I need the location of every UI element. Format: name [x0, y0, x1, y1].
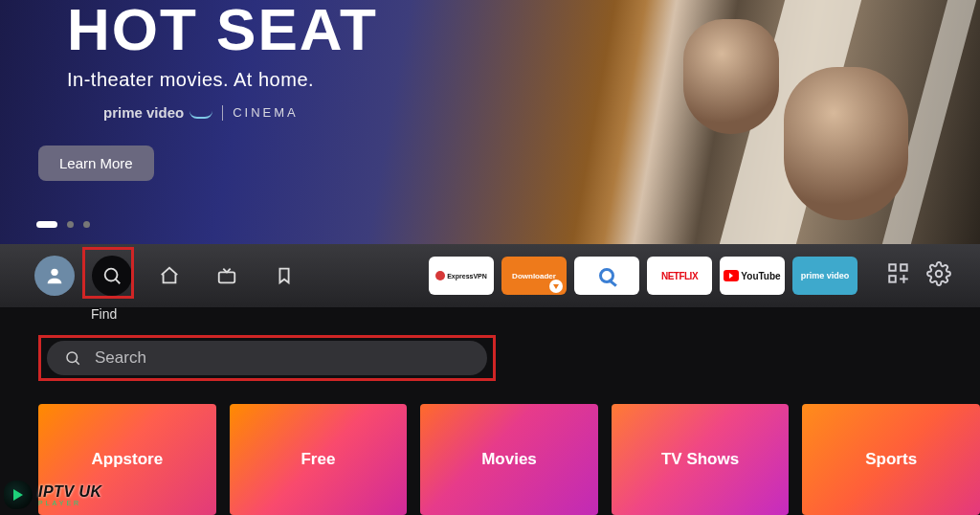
category-row: Appstore Free Movies TV Shows Sports	[38, 404, 980, 515]
profile-icon[interactable]	[34, 256, 75, 296]
app-tiles: ExpressVPN Downloader NETFLIX YouTube pr…	[429, 257, 858, 295]
category-tv-shows[interactable]: TV Shows	[612, 404, 790, 515]
live-tv-icon[interactable]	[207, 256, 247, 296]
svg-point-10	[67, 352, 78, 363]
category-free[interactable]: Free	[230, 404, 408, 515]
bookmark-icon[interactable]	[264, 256, 304, 296]
hero-dot[interactable]	[83, 221, 90, 228]
main-nav: ExpressVPN Downloader NETFLIX YouTube pr…	[0, 244, 980, 307]
watermark-text: IPTV UK	[38, 483, 102, 500]
learn-more-button[interactable]: Learn More	[38, 146, 154, 181]
category-movies[interactable]: Movies	[420, 404, 598, 515]
search-icon	[64, 349, 81, 367]
apps-grid-icon[interactable]	[886, 261, 911, 290]
search-placeholder: Search	[95, 348, 146, 368]
app-expressvpn[interactable]: ExpressVPN	[429, 257, 494, 295]
watermark: IPTV UK PLAYER	[4, 481, 102, 509]
svg-rect-6	[889, 276, 896, 282]
hero-brand: prime video CINEMA	[103, 104, 378, 121]
settings-icon[interactable]	[926, 261, 951, 290]
hero-title: HOT SEAT	[67, 0, 378, 59]
svg-line-2	[116, 280, 121, 284]
find-label: Find	[91, 306, 117, 322]
find-icon[interactable]	[92, 256, 132, 296]
svg-point-1	[105, 269, 118, 281]
app-es-file-explorer[interactable]	[574, 257, 639, 295]
app-downloader[interactable]: Downloader	[501, 257, 567, 295]
svg-rect-5	[901, 264, 907, 271]
app-youtube[interactable]: YouTube	[720, 257, 785, 295]
svg-rect-3	[219, 272, 235, 282]
svg-point-9	[936, 271, 943, 278]
search-input[interactable]: Search	[47, 341, 487, 375]
hero-dot[interactable]	[67, 221, 74, 228]
hero-pagination[interactable]	[36, 221, 90, 228]
youtube-play-icon	[724, 270, 739, 281]
watermark-logo-icon	[4, 481, 33, 509]
svg-line-11	[76, 361, 79, 365]
download-arrow-icon	[549, 280, 563, 293]
category-sports[interactable]: Sports	[802, 404, 980, 515]
hero-tagline: In-theater movies. At home.	[67, 69, 378, 91]
hero-dot-active[interactable]	[36, 221, 57, 228]
app-prime-video[interactable]: prime video	[792, 257, 858, 295]
svg-rect-4	[889, 264, 896, 271]
watermark-sub: PLAYER	[38, 500, 102, 506]
highlight-search: Search	[38, 335, 496, 381]
app-netflix[interactable]: NETFLIX	[647, 257, 712, 295]
svg-point-0	[51, 269, 57, 276]
home-icon[interactable]	[149, 256, 189, 296]
hero-banner[interactable]: HOT SEAT In-theater movies. At home. pri…	[0, 0, 980, 258]
